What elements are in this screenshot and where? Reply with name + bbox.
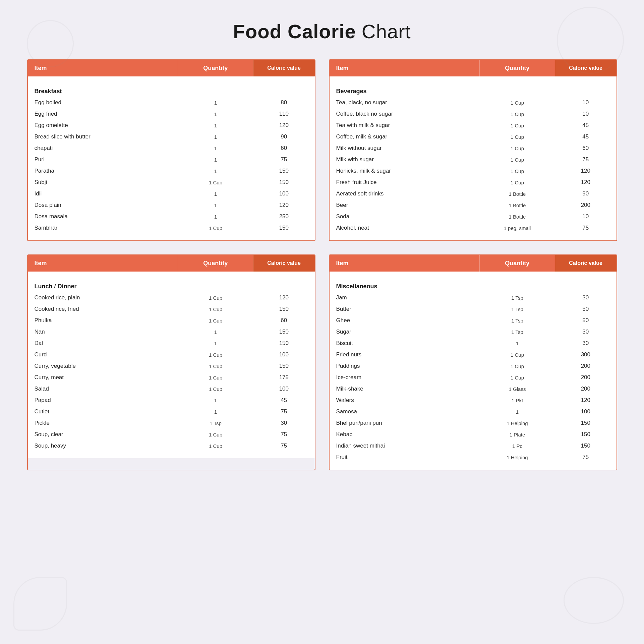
row-quantity: 1 Cup (480, 350, 555, 360)
row-caloric: 175 (253, 372, 314, 383)
breakfast-table-header: Item Quantity Caloric value (28, 60, 315, 76)
table-row: Coffee, milk & sugar 1 Cup 45 (330, 131, 617, 142)
row-caloric: 80 (253, 97, 314, 108)
table-row: Idli 1 100 (28, 188, 315, 199)
row-item: Curry, vegetable (28, 360, 178, 372)
table-row: Egg fried 1 110 (28, 108, 315, 120)
row-caloric: 150 (253, 303, 314, 315)
table-row: Papad 1 45 (28, 395, 315, 406)
row-quantity: 1 Cup (480, 166, 555, 176)
row-caloric: 150 (253, 222, 314, 234)
breakfast-header-caloric: Caloric value (253, 60, 315, 76)
bg-decoration-bottom-left (13, 577, 67, 631)
row-quantity: 1 Tsp (480, 315, 555, 326)
breakfast-bottom-spacer (28, 234, 315, 240)
breakfast-header-item: Item (28, 60, 178, 76)
table-row: Wafers 1 Pkt 120 (330, 395, 617, 406)
table-row: Soup, clear 1 Cup 75 (28, 429, 315, 440)
row-quantity: 1 (178, 327, 253, 337)
breakfast-table: Item Quantity Caloric value Breakfast Eg… (27, 59, 315, 241)
row-caloric: 250 (253, 211, 314, 222)
table-row: Pickle 1 Tsp 30 (28, 417, 315, 429)
beverages-spacer-top (330, 76, 617, 82)
row-caloric: 120 (253, 199, 314, 211)
table-row: Aerated soft drinks 1 Bottle 90 (330, 188, 617, 199)
table-row: Dal 1 150 (28, 338, 315, 349)
row-quantity: 1 Cup (480, 372, 555, 383)
row-item: Nan (28, 326, 178, 338)
row-caloric: 10 (555, 211, 616, 222)
table-row: Cutlet 1 75 (28, 406, 315, 417)
breakfast-table-body: Breakfast Egg boiled 1 80 Egg fried 1 11… (28, 76, 315, 240)
table-row: Milk-shake 1 Glass 200 (330, 383, 617, 395)
row-quantity: 1 (178, 120, 253, 131)
row-item: Subji (28, 177, 178, 188)
table-row: Curd 1 Cup 100 (28, 349, 315, 360)
breakfast-section-label: Breakfast (28, 82, 315, 97)
row-item: Milk-shake (330, 383, 480, 395)
row-item: Egg boiled (28, 97, 178, 108)
beverages-rows: Tea, black, no sugar 1 Cup 10 Coffee, bl… (330, 97, 617, 234)
row-item: Butter (330, 303, 480, 315)
table-row: Curry, vegetable 1 Cup 150 (28, 360, 315, 372)
row-quantity: 1 Cup (178, 304, 253, 314)
row-item: Egg fried (28, 108, 178, 120)
breakfast-rows: Egg boiled 1 80 Egg fried 1 110 Egg omel… (28, 97, 315, 234)
row-quantity: 1 (178, 155, 253, 165)
row-quantity: 1 Cup (480, 109, 555, 119)
table-row: Cooked rice, plain 1 Cup 120 (28, 292, 315, 303)
row-item: Milk with sugar (330, 154, 480, 165)
miscellaneous-header-quantity: Quantity (479, 255, 555, 272)
row-quantity: 1 Tsp (480, 304, 555, 314)
row-quantity: 1 Cup (178, 384, 253, 394)
table-row: Alcohol, neat 1 peg, small 75 (330, 222, 617, 234)
row-item: Dosa plain (28, 199, 178, 211)
lunch-dinner-rows: Cooked rice, plain 1 Cup 120 Cooked rice… (28, 292, 315, 452)
row-item: Fruit (330, 452, 480, 463)
row-quantity: 1 Tsp (480, 327, 555, 337)
row-item: Biscuit (330, 338, 480, 349)
row-caloric: 50 (555, 303, 616, 315)
row-item: Soup, heavy (28, 440, 178, 452)
row-caloric: 150 (253, 338, 314, 349)
table-row: Ghee 1 Tsp 50 (330, 315, 617, 326)
miscellaneous-bottom-spacer (330, 463, 617, 470)
miscellaneous-section-label: Miscellaneous (330, 277, 617, 292)
row-quantity: 1 Tsp (480, 293, 555, 303)
row-caloric: 75 (555, 222, 616, 234)
miscellaneous-table-body: Miscellaneous Jam 1 Tsp 30 Butter 1 Tsp … (330, 272, 617, 470)
row-caloric: 200 (555, 372, 616, 383)
row-item: Sugar (330, 326, 480, 338)
table-row: Soup, heavy 1 Cup 75 (28, 440, 315, 452)
row-quantity: 1 Cup (480, 120, 555, 131)
row-quantity: 1 (178, 132, 253, 142)
row-caloric: 150 (253, 326, 314, 338)
lunch-dinner-table-header: Item Quantity Caloric value (28, 255, 315, 272)
row-caloric: 200 (555, 199, 616, 211)
row-item: Wafers (330, 395, 480, 406)
row-caloric: 200 (555, 383, 616, 395)
miscellaneous-table-header: Item Quantity Caloric value (330, 255, 617, 272)
table-row: Puddings 1 Cup 200 (330, 360, 617, 372)
row-item: Horlicks, milk & sugar (330, 165, 480, 177)
row-caloric: 75 (555, 452, 616, 463)
row-item: Beer (330, 199, 480, 211)
lunch-dinner-bottom-spacer (28, 452, 315, 458)
row-quantity: 1 Cup (178, 293, 253, 303)
table-row: Egg boiled 1 80 (28, 97, 315, 108)
row-item: Samosa (330, 406, 480, 417)
row-caloric: 75 (253, 406, 314, 417)
table-row: Dosa plain 1 120 (28, 199, 315, 211)
beverages-header-item: Item (330, 60, 479, 76)
row-caloric: 100 (253, 383, 314, 395)
breakfast-spacer-top (28, 76, 315, 82)
row-quantity: 1 Bottle (480, 200, 555, 211)
row-item: Dosa masala (28, 211, 178, 222)
row-caloric: 150 (253, 177, 314, 188)
table-row: Butter 1 Tsp 50 (330, 303, 617, 315)
table-row: Samosa 1 100 (330, 406, 617, 417)
row-quantity: 1 Pkt (480, 395, 555, 406)
table-row: Jam 1 Tsp 30 (330, 292, 617, 303)
row-caloric: 30 (555, 338, 616, 349)
row-quantity: 1 (178, 395, 253, 406)
